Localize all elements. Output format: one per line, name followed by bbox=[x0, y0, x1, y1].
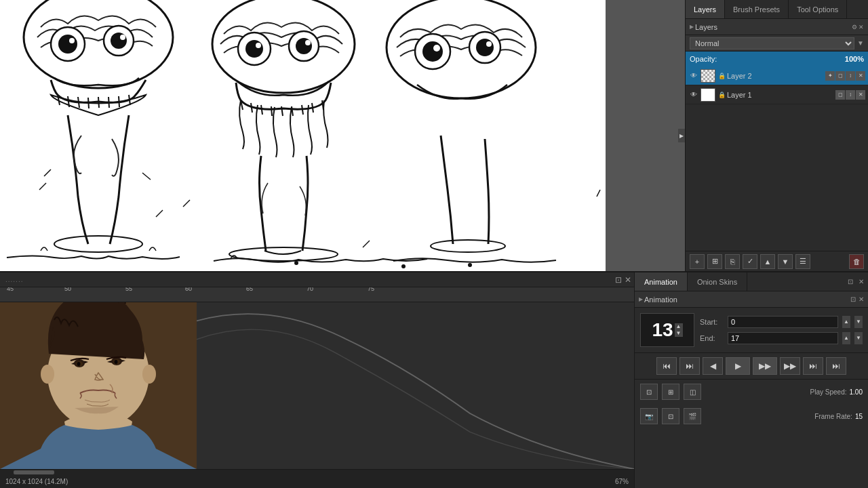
end-increment-btn[interactable]: ▲ bbox=[842, 332, 850, 344]
svg-point-20 bbox=[433, 45, 440, 52]
play-speed-label: Play Speed: bbox=[810, 388, 847, 396]
svg-point-31 bbox=[41, 365, 54, 384]
anim-panel-close-btn[interactable]: ✕ bbox=[859, 278, 864, 285]
timeline-close-controls: ⊡ ✕ bbox=[615, 275, 631, 285]
anim-settings-expand-btn[interactable]: ⊡ bbox=[850, 296, 856, 303]
svg-point-3 bbox=[58, 35, 77, 54]
end-decrement-btn[interactable]: ▼ bbox=[854, 332, 863, 344]
layers-expand-icon[interactable]: ▶ bbox=[690, 24, 694, 30]
end-row: End: ▲ ▼ bbox=[700, 332, 863, 344]
status-bar: 1024 x 1024 (14.2M) 67% bbox=[0, 474, 634, 488]
extra-controls-1: ⊡ ⊞ ◫ Play Speed: 1.00 bbox=[635, 380, 868, 404]
layer-thumbnail bbox=[701, 88, 715, 102]
svg-point-26 bbox=[401, 264, 406, 268]
loop-range-btn[interactable]: ⊞ bbox=[662, 384, 679, 400]
start-input[interactable] bbox=[728, 316, 838, 328]
layer-action-btn-2[interactable]: ↕ bbox=[846, 90, 855, 100]
tab-animation[interactable]: Animation bbox=[635, 272, 688, 291]
camera-btn[interactable]: 📷 bbox=[640, 408, 658, 424]
anim-expand-icon[interactable]: ▶ bbox=[639, 296, 643, 302]
canvas-scroll-right[interactable]: ▶ bbox=[678, 129, 685, 142]
end-label: End: bbox=[700, 334, 724, 342]
loop-btn[interactable]: ⊡ bbox=[640, 384, 658, 400]
drawing-svg bbox=[0, 0, 606, 271]
canvas-drawing[interactable] bbox=[0, 0, 606, 271]
layer-action-btn-1[interactable]: ◻ bbox=[835, 90, 845, 100]
layer-row[interactable]: 👁 🔒 Layer 1 ◻ ↕ ✕ bbox=[686, 85, 868, 104]
play-loop-btn[interactable]: ▶▶ bbox=[753, 357, 777, 375]
first-frame-btn[interactable]: ⏮ bbox=[656, 357, 677, 375]
export-frames-btn[interactable]: 🎬 bbox=[684, 408, 701, 424]
layer-lock-icon[interactable]: 🔒 bbox=[718, 92, 726, 98]
timeline-expand-btn[interactable]: ⊡ bbox=[615, 275, 622, 285]
tab-onion-skins[interactable]: Onion Skins bbox=[688, 272, 747, 291]
layers-header-label: Layers bbox=[695, 23, 852, 31]
ruler-mark-50: 50 bbox=[64, 287, 71, 292]
layer-action-btn-3[interactable]: ↕ bbox=[846, 71, 855, 81]
end-input[interactable] bbox=[728, 332, 838, 344]
frame-decrement-btn[interactable]: ▼ bbox=[675, 330, 683, 337]
onion-skin-btn[interactable]: ◫ bbox=[684, 384, 701, 400]
layer-lock-icon[interactable]: 🔒 bbox=[718, 73, 726, 79]
delete-layer-btn[interactable]: 🗑 bbox=[849, 254, 864, 269]
anim-settings-close-btn[interactable]: ✕ bbox=[859, 296, 864, 303]
layer-thumbnail bbox=[701, 69, 715, 83]
add-layer-btn[interactable]: + bbox=[690, 254, 705, 269]
start-increment-btn[interactable]: ▲ bbox=[842, 316, 850, 328]
filter-icon[interactable]: ▼ bbox=[857, 39, 864, 47]
layer-action-group: ◻ ↕ ✕ bbox=[835, 90, 865, 100]
svg-point-7 bbox=[120, 35, 125, 40]
prev-frame-btn[interactable]: ◀ bbox=[703, 357, 723, 375]
layer-up-btn[interactable]: ▲ bbox=[760, 254, 775, 269]
ruler-mark-60: 60 bbox=[185, 287, 192, 292]
layer-check-btn[interactable]: ✓ bbox=[743, 254, 757, 269]
layer-visibility-toggle[interactable]: 👁 bbox=[688, 70, 699, 81]
start-decrement-btn[interactable]: ▼ bbox=[854, 316, 863, 328]
opacity-row[interactable]: Opacity: 100% bbox=[686, 52, 868, 66]
next-keyframe-btn[interactable]: ⏭ bbox=[803, 357, 823, 375]
timeline-scrollbar[interactable] bbox=[0, 469, 634, 474]
ruler-mark-65: 65 bbox=[246, 287, 253, 292]
start-end-group: Start: ▲ ▼ End: ▲ ▼ bbox=[700, 316, 863, 344]
layers-close-icon[interactable]: ✕ bbox=[859, 24, 864, 30]
ruler-mark-75: 75 bbox=[368, 287, 374, 292]
layer-row[interactable]: 👁 🔒 Layer 2 ✦ ◻ ↕ ✕ bbox=[686, 66, 868, 85]
prev-keyframe-btn[interactable]: ⏭ bbox=[679, 357, 700, 375]
opacity-value: 100% bbox=[845, 55, 864, 63]
blend-mode-row: Normal ▼ bbox=[686, 35, 868, 52]
blend-mode-select[interactable]: Normal bbox=[690, 37, 854, 49]
canvas-area: ▶ bbox=[0, 0, 685, 271]
layer-copy-btn[interactable]: ⎘ bbox=[725, 254, 740, 269]
layer-action-btn-4[interactable]: ✕ bbox=[856, 71, 865, 81]
ruler-mark-70: 70 bbox=[307, 287, 313, 292]
next-frame-btn[interactable]: ▶▶ bbox=[780, 357, 800, 375]
layers-settings-icon[interactable]: ⚙ bbox=[852, 24, 857, 30]
frame-rate-label: Frame Rate: bbox=[814, 413, 852, 420]
svg-point-25 bbox=[294, 261, 298, 265]
tab-layers[interactable]: Layers bbox=[686, 0, 725, 18]
play-btn[interactable]: ▶ bbox=[726, 357, 750, 375]
layers-panel-header: ▶ Layers ⚙ ✕ bbox=[686, 19, 868, 35]
frame-rate-row: Frame Rate: 15 bbox=[814, 413, 863, 420]
zoom-level: 67% bbox=[615, 478, 629, 485]
anim-header-label: Animation bbox=[644, 296, 850, 304]
last-frame-btn[interactable]: ⏭ bbox=[826, 357, 846, 375]
svg-point-23 bbox=[486, 41, 492, 47]
timeline-close-btn[interactable]: ✕ bbox=[625, 275, 631, 285]
frame-increment-btn[interactable]: ▲ bbox=[675, 323, 683, 330]
layer-action-btn-1[interactable]: ✦ bbox=[825, 71, 835, 81]
timeline-scroll-thumb[interactable] bbox=[14, 470, 54, 474]
layer-down-btn[interactable]: ▼ bbox=[778, 254, 793, 269]
reference-image bbox=[0, 302, 197, 469]
layer-btn-2[interactable]: ⊞ bbox=[707, 254, 722, 269]
layer-action-btn-2[interactable]: ◻ bbox=[835, 71, 845, 81]
export-anim-btn[interactable]: ⊡ bbox=[662, 408, 679, 424]
layer-visibility-toggle[interactable]: 👁 bbox=[688, 89, 699, 100]
tab-brush-presets[interactable]: Brush Presets bbox=[725, 0, 789, 18]
tab-tool-options[interactable]: Tool Options bbox=[789, 0, 847, 18]
right-panel: Layers Brush Presets Tool Options ▶ Laye… bbox=[685, 0, 868, 271]
layer-settings-btn[interactable]: ☰ bbox=[795, 254, 810, 269]
timeline-ruler: 45 50 55 60 65 70 75 bbox=[0, 287, 634, 302]
anim-panel-expand-btn[interactable]: ⊡ bbox=[848, 278, 853, 285]
layer-action-btn-3[interactable]: ✕ bbox=[856, 90, 865, 100]
